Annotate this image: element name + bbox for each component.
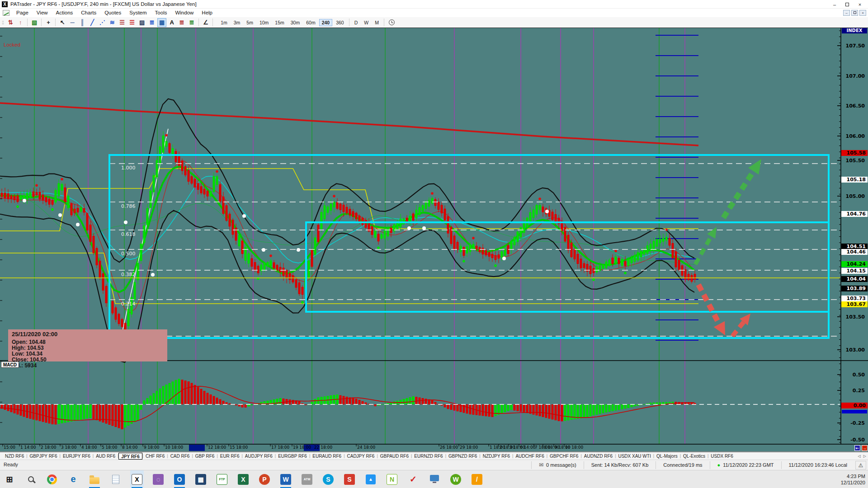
tab-gbpaud-rf6[interactable]: GBPAUD RF6: [378, 453, 411, 460]
time-tick-label: 4 18:00: [81, 445, 97, 450]
price-tick-107.50: 107.50: [841, 43, 867, 49]
taskbar-start-icon[interactable]: ⊞: [3, 470, 16, 488]
taskbar-cuteftp-icon[interactable]: FTP: [215, 470, 229, 488]
tab-ql-exotics[interactable]: QL-Exotics: [681, 453, 708, 460]
macd-tick-0.25: 0.25: [841, 388, 867, 394]
price-level-badge-103.67: 103.67: [841, 301, 868, 307]
tab-eurjpy-rf6[interactable]: EURJPY RF6: [61, 453, 93, 460]
taskbar-chat-icon[interactable]: ◌: [151, 470, 165, 488]
taskbar-excel-icon[interactable]: X: [236, 470, 250, 488]
chart-area: Locked INDEX 107.50107.00106.50106.00105…: [0, 0, 868, 488]
ohlc-info-box: 25/11/2020 02:00 Open: 104.48 High: 104.…: [8, 329, 167, 361]
price-level-badge-104.04: 104.04: [841, 276, 868, 282]
taskbar-skype-icon[interactable]: S: [321, 470, 335, 488]
fib-label-0.382: 0.382: [121, 272, 136, 277]
info-box-volume: Vol.: 5934: [12, 363, 164, 369]
price-tick-105.50: 105.50: [841, 158, 867, 164]
time-tick-label: 15:00: [4, 445, 15, 450]
macd-zero-badge: 0.00: [841, 403, 868, 408]
tab-usdx-xau-wti[interactable]: USDX XAU WTI: [616, 453, 653, 460]
taskbar-check-icon[interactable]: ✓: [406, 470, 420, 488]
taskbar-word-icon[interactable]: W: [279, 470, 292, 488]
tab-chf-rf6[interactable]: CHF RF6: [143, 453, 167, 460]
tab-audnzd-rf6[interactable]: AUDNZD RF6: [582, 453, 615, 460]
tab-ql-majors[interactable]: QL-Majors: [654, 453, 680, 460]
locked-badge: Locked: [4, 42, 20, 47]
scroll-to-start-button[interactable]: ⇤: [854, 445, 860, 451]
time-tick-label: 5 18:00: [102, 445, 118, 450]
taskbar-monitor-icon[interactable]: [428, 470, 441, 488]
taskbar-outlook-icon[interactable]: O: [173, 470, 186, 488]
taskbar-patrader-icon[interactable]: X: [130, 470, 144, 488]
price-tick-103.50: 103.50: [841, 314, 867, 320]
taskbar-phone-icon[interactable]: /: [470, 470, 484, 488]
price-tick-106.50: 106.50: [841, 103, 867, 109]
taskbar-atm-icon[interactable]: ATM: [300, 470, 314, 488]
price-tick-106.00: 106.00: [841, 133, 867, 139]
tab-scroll-arrows[interactable]: ◁ ▷: [858, 454, 867, 458]
price-level-badge-105.18: 105.18: [841, 177, 868, 183]
time-tick-label: 17 18:00: [271, 445, 289, 450]
taskbar-onenote-icon[interactable]: N: [385, 470, 399, 488]
price-tick-103.00: 103.00: [841, 347, 867, 353]
tab-gbp-rf6[interactable]: GBP RF6: [193, 453, 217, 460]
price-tick-105.00: 105.00: [841, 193, 867, 199]
time-tick-label: 26 18:00: [440, 445, 458, 450]
tab-audchf-rf6[interactable]: AUDCHF RF6: [513, 453, 546, 460]
taskbar-smartsheet-icon[interactable]: S: [343, 470, 356, 488]
tab-audjpy-rf6[interactable]: AUDJPY RF6: [243, 453, 275, 460]
taskbar-search-icon[interactable]: [24, 470, 38, 488]
index-axis-badge: INDEX: [842, 28, 867, 33]
time-tick-label: 1 14:00: [20, 445, 36, 450]
tab-nzd-rf6[interactable]: NZD RF6: [3, 453, 26, 460]
taskbar-clock[interactable]: 4:23 PM 12/11/2020: [841, 470, 865, 488]
taskbar-chrome-icon[interactable]: [45, 470, 59, 488]
taskbar-photos-icon[interactable]: ▲: [364, 470, 377, 488]
taskbar-notepad-icon[interactable]: [109, 470, 123, 488]
time-tick-label: 10 18:00: [565, 445, 583, 450]
fib-label-0.214: 0.214: [121, 301, 136, 307]
time-tick-label: 15 18:00: [230, 445, 248, 450]
macd-panel-label: MACD: [1, 361, 19, 368]
taskbar-edge-icon[interactable]: e: [66, 470, 80, 488]
price-level-badge-104.15: 104.15: [841, 268, 868, 274]
status-messages: ✉ 0 message(s): [531, 461, 584, 469]
info-box-datetime: 25/11/2020 02:00: [12, 331, 164, 338]
fib-label-0.618: 0.618: [121, 231, 136, 237]
tab-eurgbp-rf6[interactable]: EURGBP RF6: [276, 453, 309, 460]
tab-nzdjpy-rf6[interactable]: NZDJPY RF6: [481, 453, 512, 460]
status-bar: Ready ✉ 0 message(s) Sent: 14 Kb/Recv: 6…: [0, 460, 868, 470]
macd-tick-0.50: 0.50: [841, 372, 867, 378]
time-tick-label: 10 18:00: [165, 445, 183, 450]
price-level-badge-104.76: 104.76: [841, 211, 868, 217]
tab-usdx-rf6[interactable]: USDX RF6: [708, 453, 735, 460]
taskbar-calculator-icon[interactable]: ▦: [194, 470, 208, 488]
connection-status-icon: ●: [717, 461, 721, 469]
time-tick-label: 19 18:00: [293, 445, 311, 450]
time-tick-label: 22 18:00: [314, 445, 332, 450]
tab-jpy-rf6[interactable]: JPY RF6: [118, 453, 142, 460]
status-local-time: 11/12/2020 16:23:46 Local: [781, 461, 854, 469]
time-tick-label: 24 18:00: [357, 445, 375, 450]
taskbar-explorer-icon[interactable]: [88, 470, 101, 488]
clock-time: 4:23 PM: [841, 473, 865, 479]
tab-gbpnzd-rf6[interactable]: GBPNZD RF6: [446, 453, 479, 460]
price-chart-canvas[interactable]: [0, 0, 868, 488]
fib-label-0.786: 0.786: [121, 203, 136, 209]
tab-gbpchf-rf6[interactable]: GBPCHF RF6: [547, 453, 580, 460]
status-traffic: Sent: 14 Kb/Recv: 607 Kb: [584, 461, 656, 469]
price-level-badge-105.58: 105.58: [841, 150, 868, 156]
tab-eur-rf6[interactable]: EUR RF6: [218, 453, 242, 460]
tab-gbpjpy-rf6[interactable]: GBPJPY RF6: [28, 453, 60, 460]
scroll-to-end-button[interactable]: →: [862, 445, 868, 451]
windows-taskbar: ⊞eX◌O▦FTPXPWATMSS▲N✓W/ 4:23 PM 12/11/202…: [0, 470, 868, 488]
clock-date: 12/11/2020: [841, 479, 865, 486]
tab-eurnzd-rf6[interactable]: EURNZD RF6: [412, 453, 445, 460]
taskbar-powerpoint-icon[interactable]: P: [258, 470, 271, 488]
tab-cadjpy-rf6[interactable]: CADJPY RF6: [344, 453, 377, 460]
tab-cad-rf6[interactable]: CAD RF6: [168, 453, 192, 460]
tab-euraud-rf6[interactable]: EURAUD RF6: [310, 453, 344, 460]
taskbar-webex-icon[interactable]: W: [449, 470, 462, 488]
fib-label-1.000: 1.000: [121, 165, 136, 171]
tab-aud-rf6[interactable]: AUD RF6: [94, 453, 118, 460]
